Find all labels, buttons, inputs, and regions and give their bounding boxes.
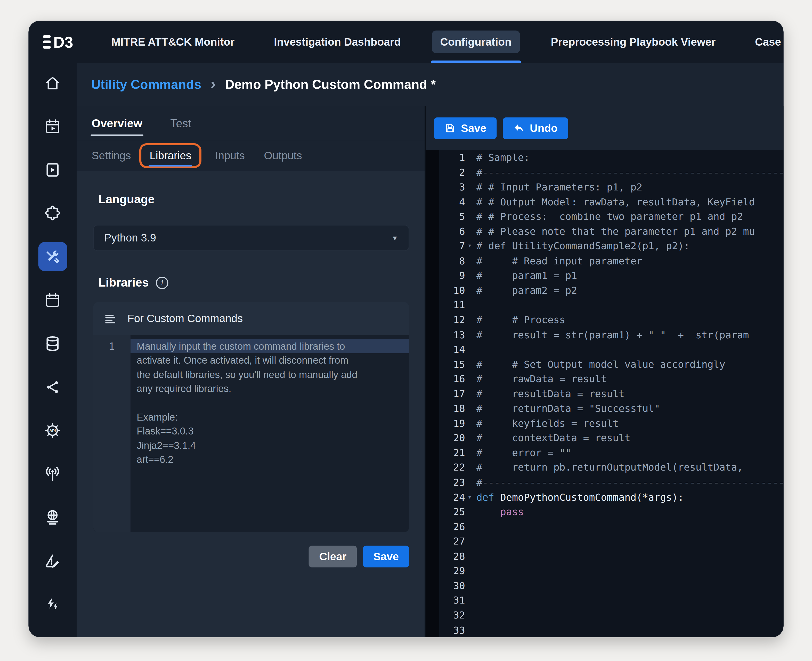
subtab-settings[interactable]: Settings — [91, 147, 132, 164]
nav-label: Configuration — [432, 30, 520, 53]
sidebar-item-database[interactable] — [38, 329, 67, 358]
code-line: 12# # Process — [439, 312, 784, 327]
globe-icon — [44, 509, 61, 526]
undo-button[interactable]: Undo — [503, 117, 568, 139]
fold-spacer — [465, 253, 474, 268]
fold-arrow-icon[interactable]: ▾ — [465, 490, 474, 505]
sidebar-item-automation[interactable] — [38, 590, 67, 618]
libraries-editor-card: For Custom Commands 1 Manually input the… — [93, 302, 409, 532]
subtab-bar: Settings Libraries Inputs Outputs — [77, 141, 424, 171]
fold-spacer — [465, 150, 474, 164]
tools-icon — [44, 248, 61, 265]
sidebar-item-utility-commands[interactable] — [38, 242, 67, 271]
nav-case-management[interactable]: Case Management — [747, 21, 784, 63]
fold-spacer — [465, 460, 474, 475]
save-code-button[interactable]: Save — [434, 117, 496, 139]
code-text — [474, 608, 784, 622]
code-text — [474, 519, 784, 534]
tab-test-label: Test — [170, 117, 191, 130]
svg-text:API: API — [49, 428, 56, 433]
nav-mitre-att-ck-monitor[interactable]: MITRE ATT&CK Monitor — [103, 21, 243, 63]
sidebar-item-home[interactable] — [38, 68, 67, 97]
code-text — [474, 342, 784, 357]
code-text: def DemoPythonCustomCommand(*args): — [474, 490, 784, 505]
sidebar-item-web[interactable] — [38, 503, 67, 532]
placeholder-line: activate it. Once activated, it will dis… — [131, 354, 409, 368]
nav-label: Case Management — [747, 30, 784, 53]
sidebar-item-playbook-media[interactable] — [38, 155, 67, 184]
fold-arrow-icon[interactable]: ▾ — [465, 239, 474, 253]
code-line: 15# # Set Output model value accordingly — [439, 357, 784, 371]
sidebar-item-connections[interactable] — [38, 372, 67, 401]
fold-spacer — [465, 180, 474, 194]
fold-spacer — [465, 386, 474, 401]
page: D3 MITRE ATT&CK MonitorInvestigation Das… — [0, 0, 812, 661]
chevron-right-icon: › — [210, 76, 216, 91]
subtab-inputs[interactable]: Inputs — [214, 147, 246, 164]
code-text: # return pb.returnOutputModel(resultData… — [474, 460, 784, 475]
d3-logo[interactable]: D3 — [43, 32, 80, 52]
tab-overview-label: Overview — [91, 117, 142, 130]
fold-spacer — [465, 268, 474, 283]
tab-test[interactable]: Test — [169, 106, 192, 141]
language-heading: Language — [98, 193, 424, 206]
language-select[interactable]: Python 3.9 ▼ — [93, 225, 409, 251]
libraries-input[interactable]: 1 Manually input the custom command libr… — [93, 335, 409, 532]
code-editor[interactable]: 1# Sample:2#----------------------------… — [426, 150, 783, 637]
code-text — [474, 622, 784, 637]
libraries-placeholder-text: Manually input the custom command librar… — [131, 335, 409, 532]
alert-pencil-icon — [44, 552, 61, 569]
save-libraries-button[interactable]: Save — [363, 546, 409, 567]
code-line: 31 — [439, 593, 784, 608]
puzzle-icon — [44, 204, 61, 222]
sidebar-item-broadcast[interactable] — [38, 459, 67, 488]
line-number: 8 — [439, 253, 465, 268]
app-window: D3 MITRE ATT&CK MonitorInvestigation Das… — [28, 21, 783, 637]
nav-investigation-dashboard[interactable]: Investigation Dashboard — [266, 21, 409, 63]
info-icon[interactable]: i — [156, 276, 168, 289]
nav-configuration[interactable]: Configuration — [432, 21, 520, 63]
fold-spacer — [465, 608, 474, 622]
code-text: # returnData = "Successful" — [474, 401, 784, 416]
code-text: # # Input Parameters: p1, p2 — [474, 180, 784, 194]
code-line: 2#--------------------------------------… — [439, 164, 784, 179]
clear-button[interactable]: Clear — [309, 546, 357, 567]
fold-spacer — [465, 563, 474, 578]
line-number: 20 — [439, 431, 465, 445]
code-line: 16# rawData = result — [439, 371, 784, 386]
code-line: 4# # Output Model: rawData, resultData, … — [439, 194, 784, 209]
code-text: # def UtilityCommandSample2(p1, p2): — [474, 239, 784, 253]
code-text — [474, 578, 784, 593]
code-text: # # Process — [474, 312, 784, 327]
line-number: 5 — [439, 209, 465, 224]
fold-spacer — [465, 578, 474, 593]
sidebar-item-calendar[interactable] — [38, 286, 67, 315]
breadcrumb-parent[interactable]: Utility Commands — [91, 77, 201, 92]
tab-overview[interactable]: Overview — [91, 106, 143, 141]
line-number: 4 — [439, 194, 465, 209]
code-text: # resultData = result — [474, 386, 784, 401]
line-number: 15 — [439, 357, 465, 371]
subtab-libraries[interactable]: Libraries — [149, 147, 192, 164]
placeholder-line: Jinja2==3.1.4 — [131, 439, 409, 453]
database-icon — [44, 335, 61, 352]
fold-spacer — [465, 194, 474, 209]
save-code-label: Save — [461, 122, 486, 134]
sidebar-item-integrations[interactable] — [38, 199, 67, 228]
libraries-heading: Libraries — [98, 276, 149, 290]
code-line: 8# # Read input parameter — [439, 253, 784, 268]
sidebar-item-incident-rules[interactable] — [38, 546, 67, 575]
code-text: # error = "" — [474, 445, 784, 460]
subtab-outputs[interactable]: Outputs — [263, 147, 303, 164]
calendar-play-icon — [44, 118, 61, 135]
sidebar-item-api-settings[interactable]: API — [38, 416, 67, 445]
code-text: #---------------------------------------… — [474, 475, 784, 489]
placeholder-line: Flask==3.0.3 — [131, 425, 409, 439]
nav-preprocessing-playbook-viewer[interactable]: Preprocessing Playbook Viewer — [543, 21, 724, 63]
libraries-card-title: For Custom Commands — [127, 312, 243, 325]
code-line: 26 — [439, 519, 784, 534]
code-line: 32 — [439, 608, 784, 622]
undo-label: Undo — [530, 122, 558, 134]
sidebar-item-scheduled-playbooks[interactable] — [38, 112, 67, 141]
line-number: 19 — [439, 416, 465, 430]
